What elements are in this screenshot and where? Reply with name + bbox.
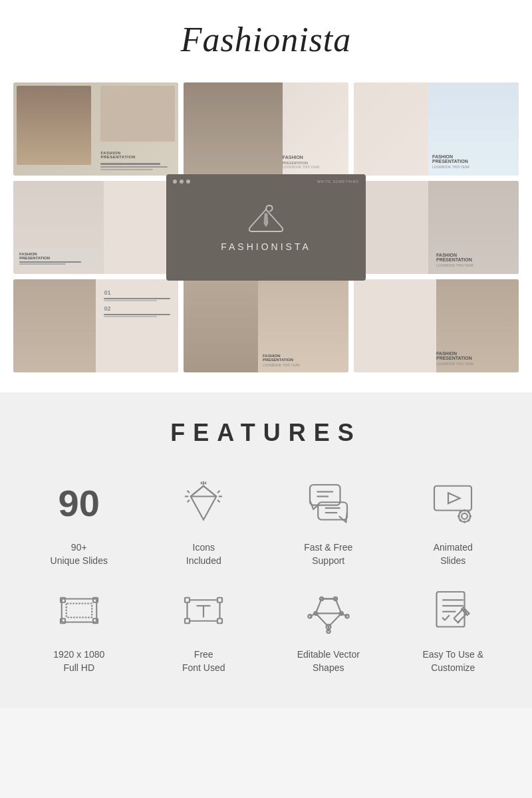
- svg-rect-33: [93, 598, 98, 602]
- text-frame-icon: [180, 587, 227, 634]
- feature-label-hd: 1920 x 1080Full HD: [53, 648, 104, 674]
- svg-line-7: [217, 491, 220, 493]
- feature-free-font: FreeFont Used: [145, 581, 263, 674]
- svg-line-3: [203, 486, 216, 497]
- frame-icon: [56, 587, 102, 634]
- feature-icon-frame: [49, 581, 109, 640]
- feature-fast-support: Fast & FreeSupport: [269, 473, 388, 567]
- svg-rect-39: [185, 618, 190, 623]
- svg-marker-0: [191, 486, 217, 520]
- feature-label-unique-slides: 90+Unique Slides: [51, 541, 108, 567]
- svg-line-65: [458, 621, 460, 624]
- svg-line-67: [445, 615, 450, 620]
- feature-vector-shapes: Editable VectorShapes: [269, 581, 388, 674]
- feature-label-vector: Editable VectorShapes: [297, 648, 360, 674]
- features-title: FEATURES: [20, 419, 512, 447]
- svg-rect-34: [61, 618, 65, 623]
- header: Fashionista: [0, 0, 532, 72]
- feature-label-support: Fast & FreeSupport: [304, 541, 352, 567]
- feature-full-hd: 1920 x 1080Full HD: [20, 581, 138, 674]
- svg-line-11: [217, 500, 220, 503]
- feature-icon-diamond: [174, 473, 233, 533]
- svg-rect-32: [61, 598, 65, 602]
- overlay-brand-text: FASHIONISTA: [221, 241, 311, 252]
- slide-card-3: FASHIONPRESENTATION LOOKBOOK THIS YEAR: [354, 82, 519, 176]
- slide-card-4: FASHIONPRESENTATION: [13, 181, 178, 274]
- slide-card-7: 01 02: [13, 279, 178, 372]
- slides-number: 90: [59, 485, 100, 522]
- feature-animated-slides: AnimatedSlides: [394, 473, 513, 567]
- feature-easy-customize: Easy To Use &Customize: [394, 581, 513, 674]
- overlay-header-right: WRITE SOMETHING: [317, 180, 359, 184]
- overlay-dots: [173, 180, 190, 184]
- svg-line-5: [201, 482, 202, 485]
- feature-label-animated: AnimatedSlides: [434, 541, 473, 567]
- feature-icon-unique-slides: 90: [49, 473, 109, 533]
- preview-section: FASHIONPRESENTATION FASHION PRESENTATION…: [0, 72, 532, 392]
- dot-1: [173, 180, 177, 184]
- feature-label-icons: IconsIncluded: [186, 541, 221, 567]
- slide-card-9: FASHIONPRESENTATION LOOKBOOK THIS YEAR: [354, 279, 519, 372]
- slide-card-6: FASHIONPRESENTATION LOOKBOOK THIS YEAR: [354, 181, 519, 274]
- chat-icon: [305, 480, 352, 527]
- svg-line-6: [205, 482, 206, 485]
- preview-grid: FASHIONPRESENTATION FASHION PRESENTATION…: [13, 82, 519, 372]
- svg-marker-20: [448, 493, 460, 503]
- diamond-icon: [180, 480, 227, 527]
- vector-icon: [305, 587, 352, 634]
- feature-icons-included: IconsIncluded: [145, 473, 263, 567]
- feature-icon-vector: [299, 581, 358, 640]
- svg-rect-36: [66, 604, 92, 618]
- feature-label-font: FreeFont Used: [182, 648, 225, 674]
- dot-3: [186, 180, 190, 184]
- feature-label-customize: Easy To Use &Customize: [422, 648, 483, 674]
- features-grid: 90 90+Unique Slides: [20, 473, 512, 674]
- svg-rect-35: [93, 618, 98, 623]
- svg-point-22: [462, 513, 467, 519]
- play-icon: [430, 480, 476, 527]
- svg-line-12: [188, 500, 190, 503]
- feature-icon-text-frame: [174, 581, 233, 640]
- dot-2: [180, 180, 184, 184]
- svg-line-8: [188, 491, 190, 493]
- feature-icon-play: [423, 473, 483, 533]
- feature-icon-chat: [299, 473, 358, 533]
- edit-icon: [430, 587, 476, 634]
- feature-unique-slides: 90 90+Unique Slides: [20, 473, 138, 567]
- svg-rect-19: [434, 486, 471, 511]
- svg-rect-37: [185, 598, 190, 602]
- svg-line-2: [191, 486, 203, 497]
- features-section: FEATURES 90 90+Unique Slides: [0, 392, 532, 708]
- svg-rect-40: [217, 618, 222, 623]
- slide-card-8: FASHIONPRESENTATION LOOKBOOK THIS YEAR: [184, 279, 348, 372]
- hanger-icon: [246, 203, 286, 236]
- slide-card-1: FASHIONPRESENTATION: [13, 82, 178, 176]
- feature-icon-edit: [423, 581, 483, 640]
- slide-card-2: FASHION PRESENTATION LOOKBOOK THIS YEAR: [184, 82, 348, 176]
- brand-title: Fashionista: [13, 20, 519, 59]
- center-overlay-card: WRITE SOMETHING FASHIONISTA: [166, 174, 366, 281]
- svg-rect-38: [217, 598, 222, 602]
- svg-rect-60: [437, 592, 465, 627]
